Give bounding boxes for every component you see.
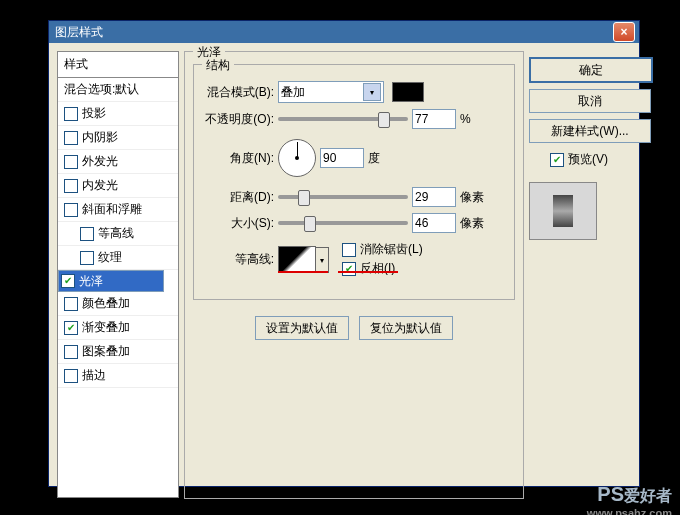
struct-title: 结构 xyxy=(202,57,234,74)
layer-style-dialog: 图层样式 × 样式 混合选项:默认 投影内阴影外发光内发光斜面和浮雕等高线纹理光… xyxy=(48,20,640,487)
preview-box xyxy=(529,182,597,240)
size-slider[interactable] xyxy=(278,221,408,225)
blend-mode-label: 混合模式(B): xyxy=(204,84,274,101)
style-label: 颜色叠加 xyxy=(82,295,130,312)
style-checkbox-pattern_overlay[interactable] xyxy=(64,345,78,359)
style-label: 图案叠加 xyxy=(82,343,130,360)
style-label: 内发光 xyxy=(82,177,118,194)
blend-options-item[interactable]: 混合选项:默认 xyxy=(58,78,178,102)
style-label: 斜面和浮雕 xyxy=(82,201,142,218)
angle-input[interactable] xyxy=(320,148,364,168)
annotation-line xyxy=(338,271,398,273)
blend-mode-select[interactable]: 叠加▾ xyxy=(278,81,384,103)
style-item-bevel[interactable]: 斜面和浮雕 xyxy=(58,198,178,222)
style-item-stroke[interactable]: 描边 xyxy=(58,364,178,388)
new-style-button[interactable]: 新建样式(W)... xyxy=(529,119,651,143)
invert-checkbox[interactable] xyxy=(342,262,356,276)
style-checkbox-inner_shadow[interactable] xyxy=(64,131,78,145)
style-label: 渐变叠加 xyxy=(82,319,130,336)
style-label: 光泽 xyxy=(79,273,103,290)
dialog-title: 图层样式 xyxy=(55,24,103,41)
opacity-slider[interactable] xyxy=(278,117,408,121)
size-input[interactable] xyxy=(412,213,456,233)
preview-checkbox[interactable] xyxy=(550,153,564,167)
distance-label: 距离(D): xyxy=(204,189,274,206)
style-checkbox-color_overlay[interactable] xyxy=(64,297,78,311)
titlebar: 图层样式 × xyxy=(49,21,639,43)
contour-label: 等高线: xyxy=(204,251,274,268)
style-checkbox-stroke[interactable] xyxy=(64,369,78,383)
cancel-button[interactable]: 取消 xyxy=(529,89,651,113)
angle-unit: 度 xyxy=(368,150,380,167)
style-label: 投影 xyxy=(82,105,106,122)
color-swatch[interactable] xyxy=(392,82,424,102)
distance-unit: 像素 xyxy=(460,189,484,206)
styles-header[interactable]: 样式 xyxy=(58,52,178,78)
opacity-input[interactable] xyxy=(412,109,456,129)
style-item-gradient_overlay[interactable]: 渐变叠加 xyxy=(58,316,178,340)
style-checkbox-outer_glow[interactable] xyxy=(64,155,78,169)
style-label: 等高线 xyxy=(98,225,134,242)
style-label: 描边 xyxy=(82,367,106,384)
style-item-inner_glow[interactable]: 内发光 xyxy=(58,174,178,198)
annotation-line xyxy=(278,271,328,273)
opacity-unit: % xyxy=(460,112,471,126)
antialias-checkbox[interactable] xyxy=(342,243,356,257)
right-panel: 确定 取消 新建样式(W)... 预览(V) xyxy=(529,57,629,240)
close-button[interactable]: × xyxy=(613,22,635,42)
style-checkbox-drop_shadow[interactable] xyxy=(64,107,78,121)
angle-dial[interactable] xyxy=(278,139,316,177)
style-label: 外发光 xyxy=(82,153,118,170)
style-checkbox-texture[interactable] xyxy=(80,251,94,265)
preview-label: 预览(V) xyxy=(568,151,608,168)
contour-picker[interactable]: ▾ xyxy=(278,246,316,272)
make-default-button[interactable]: 设置为默认值 xyxy=(255,316,349,340)
style-item-inner_shadow[interactable]: 内阴影 xyxy=(58,126,178,150)
watermark: PS爱好者 www.psahz.com xyxy=(597,483,672,507)
style-item-color_overlay[interactable]: 颜色叠加 xyxy=(58,292,178,316)
styles-list: 样式 混合选项:默认 投影内阴影外发光内发光斜面和浮雕等高线纹理光泽颜色叠加渐变… xyxy=(57,51,179,498)
style-checkbox-inner_glow[interactable] xyxy=(64,179,78,193)
style-item-pattern_overlay[interactable]: 图案叠加 xyxy=(58,340,178,364)
ok-button[interactable]: 确定 xyxy=(529,57,653,83)
distance-input[interactable] xyxy=(412,187,456,207)
style-checkbox-contour[interactable] xyxy=(80,227,94,241)
opacity-label: 不透明度(O): xyxy=(204,111,274,128)
size-label: 大小(S): xyxy=(204,215,274,232)
style-item-satin[interactable]: 光泽 xyxy=(58,270,164,292)
style-label: 纹理 xyxy=(98,249,122,266)
style-item-outer_glow[interactable]: 外发光 xyxy=(58,150,178,174)
reset-default-button[interactable]: 复位为默认值 xyxy=(359,316,453,340)
satin-panel: 光泽 结构 混合模式(B): 叠加▾ 不透明度(O): % xyxy=(184,51,524,496)
angle-label: 角度(N): xyxy=(204,150,274,167)
distance-slider[interactable] xyxy=(278,195,408,199)
size-unit: 像素 xyxy=(460,215,484,232)
style-item-texture[interactable]: 纹理 xyxy=(58,246,178,270)
antialias-label: 消除锯齿(L) xyxy=(360,241,423,258)
style-item-contour[interactable]: 等高线 xyxy=(58,222,178,246)
style-checkbox-gradient_overlay[interactable] xyxy=(64,321,78,335)
style-item-drop_shadow[interactable]: 投影 xyxy=(58,102,178,126)
invert-label: 反相(I) xyxy=(360,260,395,277)
style-label: 内阴影 xyxy=(82,129,118,146)
style-checkbox-satin[interactable] xyxy=(61,274,75,288)
style-checkbox-bevel[interactable] xyxy=(64,203,78,217)
